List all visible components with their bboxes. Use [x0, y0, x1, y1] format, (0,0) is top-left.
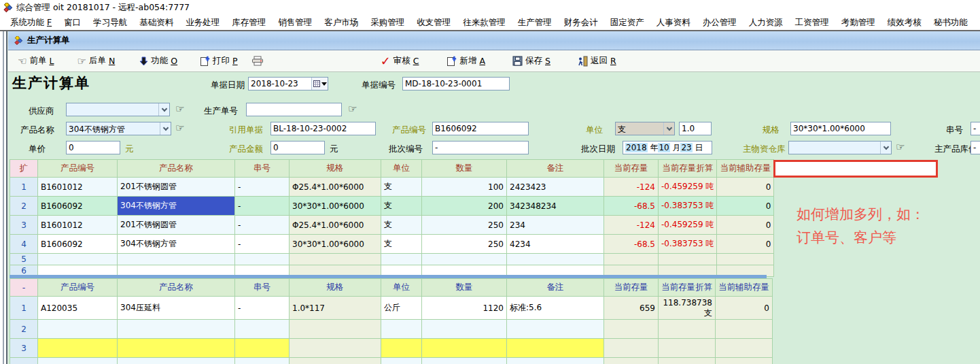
table-cell[interactable]: 4234 — [507, 235, 604, 254]
chevron-down-icon[interactable] — [158, 103, 169, 116]
table-cell[interactable]: 1.0*117 — [290, 297, 381, 320]
product-name-select[interactable]: 304不锈钢方管 — [66, 122, 171, 135]
table-cell[interactable] — [290, 254, 381, 265]
table-cell[interactable]: 2423423 — [507, 178, 604, 197]
table-cell[interactable] — [38, 254, 118, 265]
warehouse-select[interactable] — [788, 141, 892, 154]
menu-item-6[interactable]: 销售管理 — [272, 15, 318, 31]
table-cell[interactable] — [118, 254, 235, 265]
table-cell[interactable]: 公斤 — [381, 297, 422, 320]
menu-item-4[interactable]: 业务处理 — [179, 15, 226, 31]
table-cell[interactable] — [235, 358, 290, 364]
calendar-icon[interactable] — [311, 78, 328, 90]
row-number[interactable]: 2 — [10, 197, 38, 216]
menu-item-0[interactable]: 系统功能 F — [4, 15, 58, 31]
table-cell[interactable]: Φ25.4*1.00*6000 — [290, 216, 381, 235]
location-input[interactable] — [970, 141, 980, 154]
menu-item-5[interactable]: 库存管理 — [226, 15, 272, 31]
table-cell[interactable] — [604, 358, 659, 364]
menu-item-14[interactable]: 人事资料 — [650, 15, 697, 31]
column-header[interactable]: 当前存量 — [604, 160, 659, 178]
row-number[interactable]: 2 — [10, 320, 38, 339]
column-header[interactable]: 备注 — [507, 279, 604, 297]
table-cell[interactable]: - — [235, 235, 290, 254]
menu-item-21[interactable]: 配置管理 — [974, 15, 980, 31]
table-cell[interactable]: -124 — [604, 216, 659, 235]
new-button[interactable]: 新增A — [442, 52, 489, 69]
table-cell[interactable] — [381, 320, 422, 339]
row-number[interactable]: 3 — [10, 339, 38, 358]
table-cell[interactable]: -0.383753 吨 — [659, 235, 717, 254]
table-cell[interactable]: - — [235, 197, 290, 216]
table-cell[interactable]: 0 — [717, 178, 774, 197]
row-number[interactable]: 4 — [10, 235, 38, 254]
doc-no-input[interactable] — [402, 77, 510, 90]
menu-item-2[interactable]: 学习导航 — [87, 15, 133, 31]
table-cell[interactable] — [422, 320, 507, 339]
table-cell[interactable] — [716, 320, 773, 339]
table-cell[interactable]: 0 — [717, 235, 774, 254]
column-header[interactable]: 备注 — [507, 160, 604, 178]
warehouse-lookup-hand-icon[interactable]: ☞ — [896, 141, 905, 153]
menu-item-3[interactable]: 基础资料 — [133, 15, 179, 31]
column-header[interactable]: 串号 — [235, 160, 290, 178]
chevron-down-icon[interactable] — [880, 142, 891, 154]
table-cell[interactable]: A120035 — [38, 297, 118, 320]
table-cell[interactable]: 304不锈钢方管 — [118, 197, 235, 216]
supplier-select[interactable] — [66, 103, 170, 116]
table-cell[interactable]: B1601012 — [38, 178, 118, 197]
row-number[interactable]: 1 — [10, 297, 38, 320]
table-cell[interactable] — [659, 358, 716, 364]
table-cell[interactable] — [422, 358, 507, 364]
print-button[interactable]: 打印P — [195, 52, 242, 69]
price-input[interactable] — [66, 141, 120, 154]
table-cell[interactable]: -68.5 — [604, 197, 659, 216]
table-cell[interactable]: 201不锈钢圆管 — [118, 178, 235, 197]
column-header[interactable]: 单位 — [381, 160, 422, 178]
table-cell[interactable]: B1606092 — [38, 235, 118, 254]
table-cell[interactable] — [507, 358, 604, 364]
table-cell[interactable] — [717, 254, 774, 265]
table-cell[interactable]: 304压延料 — [118, 297, 235, 320]
table-cell[interactable]: B1606092 — [38, 197, 118, 216]
batch-date-picker[interactable]: 2018 年10 月23 日 — [623, 141, 712, 154]
table-cell[interactable]: - — [235, 178, 290, 197]
table-cell[interactable]: 659 — [604, 297, 659, 320]
column-header[interactable]: 当前存量 — [604, 279, 659, 297]
table-cell[interactable]: 0 — [717, 197, 774, 216]
menu-item-12[interactable]: 财务会计 — [558, 15, 604, 31]
column-header[interactable]: 当前存量折算 — [659, 279, 716, 297]
column-header[interactable]: 数量 — [422, 160, 507, 178]
table-cell[interactable]: -0.383753 吨 — [659, 197, 717, 216]
supplier-lookup-hand-icon[interactable]: ☞ — [175, 103, 184, 115]
column-header[interactable]: 产品编号 — [38, 160, 118, 178]
menu-item-17[interactable]: 工资管理 — [789, 15, 835, 31]
table-cell[interactable]: 200 — [422, 197, 507, 216]
table-cell[interactable]: 342348234 — [507, 197, 604, 216]
table-cell[interactable] — [290, 358, 381, 364]
serial-input[interactable] — [970, 122, 980, 135]
column-header[interactable]: 当前辅助存量 — [717, 160, 774, 178]
row-number[interactable]: 5 — [10, 254, 38, 265]
table-cell[interactable] — [659, 339, 716, 358]
table-cell[interactable] — [38, 358, 118, 364]
ref-doc-input[interactable] — [270, 122, 376, 135]
table-cell[interactable] — [118, 358, 235, 364]
table-cell[interactable]: 304不锈钢方管 — [118, 235, 235, 254]
table-cell[interactable]: -0.459259 吨 — [659, 216, 717, 235]
audit-button[interactable]: ✓ 审核C — [377, 51, 423, 71]
table-cell[interactable]: Φ25.4*1.00*6000 — [290, 178, 381, 197]
column-header[interactable]: 当前辅助存量 — [716, 279, 773, 297]
next-doc-button[interactable]: ☞ 后单N — [73, 52, 119, 69]
column-header[interactable]: 规格 — [290, 279, 381, 297]
doc-date-picker[interactable]: 2018-10-23 — [248, 77, 328, 90]
table-cell[interactable] — [235, 254, 290, 265]
table-cell[interactable]: 118.738738 支 — [659, 297, 716, 320]
table-cell[interactable] — [507, 339, 604, 358]
table-cell[interactable] — [604, 254, 659, 265]
grid-corner-header[interactable]: - — [10, 279, 38, 297]
table-cell[interactable] — [507, 320, 604, 339]
prod-order-input[interactable] — [246, 103, 342, 116]
grid-corner-header[interactable]: 扩 — [10, 160, 38, 178]
table-cell[interactable]: 0 — [716, 297, 773, 320]
